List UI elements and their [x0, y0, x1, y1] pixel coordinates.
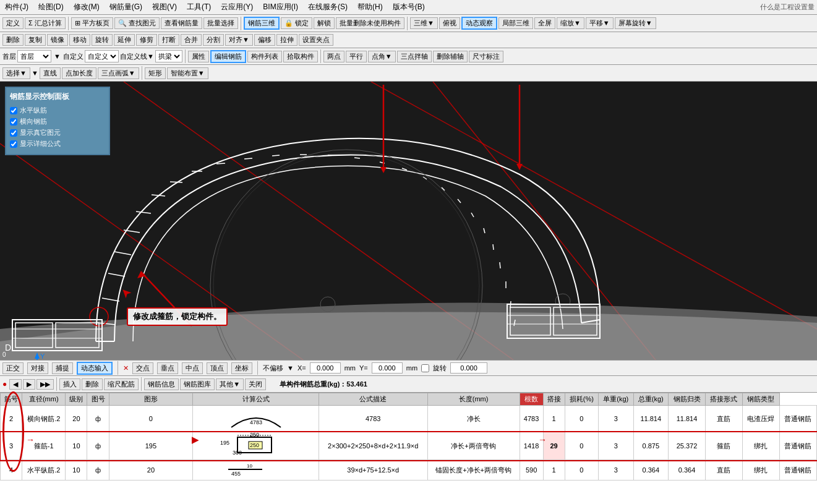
table-row[interactable]: 2 横向钢筋.2 20 ф 0 4783 4783 净长 4783 1 0 3 … [1, 406, 817, 432]
btn-dimension[interactable]: 尺寸标注 [469, 51, 503, 62]
btn-comp-list[interactable]: 构件列表 [247, 51, 282, 62]
btn-3d-rebar[interactable]: 钢筋三维 [244, 17, 280, 30]
floor-select[interactable]: 首层二层三层基础层 [17, 50, 51, 62]
btn-copy[interactable]: 复制 [25, 34, 46, 46]
btn-3point-axis[interactable]: 三点拌轴 [397, 51, 432, 62]
btn-del-unused[interactable]: 批量删除未使用构件 [336, 17, 404, 29]
btn-two-point[interactable]: 两点 [323, 51, 344, 62]
menu-help[interactable]: 帮助(H) [355, 1, 385, 13]
btn-define[interactable]: 定义 [2, 17, 24, 29]
cb-show-others[interactable]: 显示真它图元 [10, 128, 105, 137]
table-area[interactable]: 筋号 直径(mm) 级别 图号 图形 计算公式 公式描述 长度(mm) 根数 搭… [0, 393, 817, 504]
btn-merge[interactable]: 合并 [181, 34, 202, 46]
btn-scale[interactable]: 缩尺配筋 [104, 378, 139, 390]
y-input[interactable] [372, 362, 403, 374]
btn-break[interactable]: 打断 [158, 34, 179, 46]
btn-mirror[interactable]: 镜像 [47, 34, 68, 46]
toolbar4: 选择▼ ▼ 直线 点加长度 三点画弧▼ 矩形 智能布置▼ [0, 65, 817, 82]
main-canvas[interactable]: 钢筋显示控制面板 水平纵筋 横向钢筋 显示真它图元 显示详细公式 [0, 82, 817, 360]
btn-fullscreen[interactable]: 全屏 [534, 17, 555, 29]
btn-rotate-screen[interactable]: 屏幕旋转▼ [615, 17, 656, 29]
cb-transverse[interactable]: 横向钢筋 [10, 117, 105, 126]
rotate-checkbox[interactable] [421, 364, 429, 372]
btn-capture[interactable]: 捕提 [52, 362, 73, 374]
menu-tools[interactable]: 工具(T) [184, 1, 213, 13]
btn-next2[interactable]: ▶▶ [36, 379, 54, 390]
menu-bim[interactable]: BIM应用(I) [260, 1, 301, 13]
btn-insert[interactable]: 插入 [59, 378, 80, 390]
btn-select[interactable]: 选择▼ [2, 67, 30, 79]
btn-find[interactable]: 🔍 查找图元 [114, 17, 160, 29]
cb-horizontal[interactable]: 水平纵筋 [10, 106, 105, 115]
btn-view-rebar[interactable]: 查看钢筋量 [161, 17, 202, 29]
btn-batch-sel[interactable]: 批量选择 [203, 17, 238, 29]
btn-point-angle[interactable]: 点角▼ [368, 51, 396, 62]
btn-stretch[interactable]: 拉伸 [276, 34, 297, 46]
btn-coord[interactable]: 坐标 [231, 362, 252, 374]
btn-flat[interactable]: ⊞ 平方板页 [71, 17, 113, 29]
btn-dynamic[interactable]: 动态观察 [461, 17, 497, 30]
btn-rotate2[interactable]: 旋转 [92, 34, 113, 46]
btn-parallel[interactable]: 平行 [346, 51, 367, 62]
btn-arc[interactable]: 三点画弧▼ [98, 67, 139, 79]
btn-next[interactable]: ▶ [23, 379, 35, 390]
cell-grade: ф [87, 406, 109, 432]
menu-modify[interactable]: 修改(M) [71, 1, 102, 13]
btn-del-row[interactable]: 删除 [82, 378, 103, 390]
btn-pair[interactable]: 对接 [27, 362, 48, 374]
btn-offset[interactable]: 偏移 [254, 34, 275, 46]
cell-formula: 4783 [319, 406, 427, 432]
table-row[interactable]: 3 箍筋-1 10 ф 195 300 250 250 195 2×300+2×… [1, 432, 817, 460]
btn-pan[interactable]: 平移▼ [586, 17, 614, 29]
btn-rebar-info[interactable]: 钢筋信息 [144, 378, 179, 390]
btn-pick-comp[interactable]: 拾取构件 [283, 51, 318, 62]
menu-version[interactable]: 版本号(B) [390, 1, 427, 13]
menu-component[interactable]: 构件(J) [2, 1, 31, 13]
btn-3d[interactable]: 三维▼ [410, 17, 438, 29]
btn-lock[interactable]: 🔒 锁定 [281, 17, 312, 29]
btn-intersect[interactable]: 交点 [132, 362, 153, 374]
btn-partial-3d[interactable]: 局部三维 [498, 17, 533, 29]
menu-online[interactable]: 在线服务(S) [306, 1, 350, 13]
btn-line[interactable]: 直线 [40, 67, 61, 79]
btn-ortho[interactable]: 正交 [2, 362, 24, 374]
cell-id: 3 [1, 432, 22, 460]
x-input[interactable] [310, 362, 341, 374]
table-row[interactable]: 4 水平纵筋.2 10 ф 20 45510 39×d+75+12.5×d 锚固… [1, 460, 817, 481]
btn-rebar-lib[interactable]: 钢筋图库 [180, 378, 215, 390]
btn-prev[interactable]: ◀ [9, 379, 22, 390]
btn-move[interactable]: 移动 [69, 34, 90, 46]
btn-zoom[interactable]: 缩放▼ [557, 17, 584, 29]
btn-dynamic-input[interactable]: 动态输入 [77, 362, 113, 375]
btn-smart[interactable]: 智能布置▼ [167, 67, 208, 79]
btn-extend[interactable]: 延伸 [114, 34, 135, 46]
btn-rect[interactable]: 矩形 [145, 67, 166, 79]
rotate-input[interactable] [450, 362, 487, 374]
btn-calc[interactable]: Σ 汇总计算 [25, 17, 66, 29]
btn-grip[interactable]: 设置夹点 [299, 34, 333, 46]
btn-point-len[interactable]: 点加长度 [62, 67, 96, 79]
btn-split[interactable]: 分割 [203, 34, 224, 46]
btn-top-view[interactable]: 俯视 [439, 17, 460, 29]
menu-cloud[interactable]: 云应用(Y) [218, 1, 255, 13]
menu-draw[interactable]: 绘图(D) [36, 1, 66, 13]
btn-vertex[interactable]: 顶点 [207, 362, 228, 374]
svg-text:Y: Y [40, 352, 45, 360]
btn-edit-rebar[interactable]: 编辑钢筋 [210, 50, 246, 63]
arch-select[interactable]: 拱梁直梁 [155, 50, 182, 62]
btn-align[interactable]: 对齐▼ [225, 34, 253, 46]
btn-trim[interactable]: 修剪 [136, 34, 157, 46]
menu-rebar[interactable]: 钢筋量(G) [107, 1, 145, 13]
btn-gravity[interactable]: 垂点 [157, 362, 178, 374]
cb-show-formula[interactable]: 显示详细公式 [10, 139, 105, 148]
col-header-length: 长度(mm) [427, 393, 520, 406]
btn-unlock[interactable]: 解锁 [314, 17, 335, 29]
btn-del-aux[interactable]: 删除辅轴 [433, 51, 468, 62]
btn-del[interactable]: 删除 [2, 34, 24, 46]
btn-prop[interactable]: 属性 [188, 51, 209, 62]
custom-select[interactable]: 自定义标准 [85, 50, 119, 62]
btn-other[interactable]: 其他▼ [216, 378, 244, 390]
btn-close[interactable]: 关闭 [245, 378, 266, 390]
btn-midpoint[interactable]: 中点 [182, 362, 203, 374]
menu-view[interactable]: 视图(V) [150, 1, 179, 13]
